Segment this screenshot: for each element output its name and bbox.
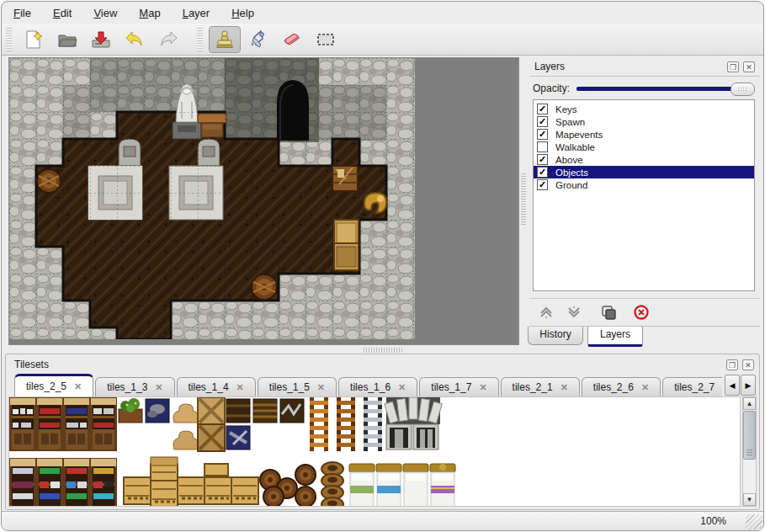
tileset-tab[interactable]: tiles_2_7 ✕ (662, 377, 722, 396)
toolbar (2, 24, 763, 56)
layer-visibility-checkbox[interactable] (537, 104, 548, 114)
delete-icon (634, 305, 649, 320)
layer-name: Mapevents (555, 130, 603, 140)
layers-panel: Layers ❐ ✕ Opacity: Keys Spawn (529, 57, 760, 347)
float-panel-icon[interactable]: ❐ (726, 359, 738, 370)
eraser-tool-icon (281, 29, 303, 51)
resize-grip[interactable] (746, 514, 762, 529)
menu-item[interactable]: Help (231, 7, 254, 19)
undo-button[interactable] (119, 26, 151, 53)
tileset-tab[interactable]: tiles_1_6 ✕ (338, 377, 417, 396)
app-window: FileEditViewMapLayerHelp (1, 1, 764, 531)
scroll-tabs-right-button[interactable]: ▶ (741, 375, 756, 396)
horizontal-splitter-handle[interactable] (364, 348, 402, 353)
layers-panel-titlebar: Layers ❐ ✕ (529, 57, 760, 77)
map-canvas[interactable] (8, 57, 519, 345)
menu-item[interactable]: Layer (183, 7, 210, 19)
tilesets-panel-title: Tilesets (14, 359, 722, 370)
layer-row[interactable]: Above (534, 153, 754, 166)
select-tool-icon (315, 29, 337, 51)
close-tab-icon[interactable]: ✕ (236, 382, 244, 393)
menu-item[interactable]: Map (139, 7, 160, 19)
open-button[interactable] (51, 26, 83, 53)
tileset-tab-label: tiles_1_7 (431, 381, 471, 393)
duplicate-icon (601, 305, 616, 320)
tab-scroll-buttons: ◀ ▶ (724, 375, 756, 396)
layer-visibility-checkbox[interactable] (537, 154, 548, 165)
vertical-splitter-handle[interactable] (521, 173, 526, 226)
dock-tab[interactable]: History (528, 327, 583, 345)
layer-visibility-checkbox[interactable] (537, 129, 548, 140)
tileset-tab[interactable]: tiles_1_5 ✕ (258, 377, 337, 396)
menu-item[interactable]: View (93, 7, 117, 19)
fill-tool-icon (247, 29, 269, 51)
stamp-tool-button[interactable] (209, 26, 241, 53)
tileset-tab[interactable]: tiles_2_1 ✕ (501, 377, 580, 396)
close-tab-icon[interactable]: ✕ (560, 382, 568, 393)
layer-visibility-checkbox[interactable] (537, 141, 548, 152)
tileset-tab[interactable]: tiles_1_7 ✕ (419, 377, 498, 396)
tileset-tab[interactable]: tiles_2_5 ✕ (14, 374, 93, 396)
new-file-button[interactable] (18, 26, 50, 53)
tileset-tab[interactable]: tiles_1_4 ✕ (177, 377, 256, 396)
toolbar-grip-2[interactable] (197, 28, 203, 51)
float-panel-icon[interactable]: ❐ (727, 61, 739, 72)
layer-row[interactable]: Ground (534, 178, 754, 191)
close-panel-icon[interactable]: ✕ (743, 61, 755, 72)
scrollbar-thumb[interactable] (743, 411, 756, 460)
close-tab-icon[interactable]: ✕ (155, 382, 162, 393)
layer-row[interactable]: Keys (534, 103, 754, 115)
close-tab-icon[interactable]: ✕ (641, 382, 649, 393)
layer-name: Keys (555, 104, 577, 114)
move-layer-up-button[interactable] (538, 304, 555, 321)
tileset-view[interactable] (8, 396, 741, 507)
tileset-tab-label: tiles_1_3 (107, 381, 147, 393)
layer-row[interactable]: Spawn (534, 115, 754, 128)
arrow-down-icon (566, 305, 582, 320)
scroll-down-icon[interactable]: ▼ (743, 493, 756, 506)
close-tab-icon[interactable]: ✕ (398, 382, 406, 393)
tileset-tab[interactable]: tiles_2_6 ✕ (582, 377, 661, 396)
opacity-slider-handle[interactable] (730, 82, 755, 96)
layer-visibility-checkbox[interactable] (537, 179, 548, 190)
move-layer-down-button[interactable] (566, 304, 582, 321)
layer-row[interactable]: Objects (534, 166, 754, 178)
tileset-scrollbar[interactable]: ▲ ▼ (742, 396, 757, 507)
fill-tool-button[interactable] (242, 26, 274, 53)
delete-layer-button[interactable] (633, 304, 650, 321)
layer-row[interactable]: Mapevents (534, 128, 754, 141)
opacity-label: Opacity: (533, 82, 570, 94)
open-folder-icon (56, 29, 78, 51)
layer-visibility-checkbox[interactable] (537, 116, 548, 127)
dock-tab[interactable]: Layers (587, 327, 643, 347)
close-tab-icon[interactable]: ✕ (479, 382, 486, 393)
close-panel-icon[interactable]: ✕ (742, 359, 754, 370)
layer-row[interactable]: Walkable (534, 141, 754, 153)
menu-item[interactable]: Edit (53, 7, 72, 19)
layer-actions-toolbar (529, 298, 760, 327)
redo-button[interactable] (152, 26, 184, 53)
scroll-tabs-left-button[interactable]: ◀ (725, 375, 740, 396)
save-icon (90, 29, 112, 51)
opacity-slider[interactable] (576, 82, 755, 95)
close-tab-icon[interactable]: ✕ (317, 382, 325, 393)
tileset-render (9, 397, 733, 507)
layer-visibility-checkbox[interactable] (537, 167, 548, 178)
layer-list: Keys Spawn Mapevents Walkable Above Obje… (533, 99, 755, 291)
tileset-tab-label: tiles_2_6 (593, 381, 634, 393)
scroll-up-icon[interactable]: ▲ (743, 397, 756, 410)
tileset-tab-label: tiles_1_5 (269, 381, 310, 393)
menu-item[interactable]: File (13, 7, 31, 19)
tileset-tab-label: tiles_1_4 (189, 381, 229, 393)
opacity-slider-groove (576, 87, 753, 91)
save-button[interactable] (85, 26, 117, 53)
layers-panel-title: Layers (534, 61, 723, 72)
tileset-tab-label: tiles_2_5 (26, 380, 66, 392)
duplicate-layer-button[interactable] (600, 304, 617, 321)
close-tab-icon[interactable]: ✕ (74, 381, 82, 392)
toolbar-grip[interactable] (6, 28, 12, 51)
select-tool-button[interactable] (310, 26, 342, 53)
tileset-tab[interactable]: tiles_1_3 ✕ (95, 377, 174, 396)
layer-name: Ground (555, 180, 587, 190)
eraser-tool-button[interactable] (276, 26, 308, 53)
